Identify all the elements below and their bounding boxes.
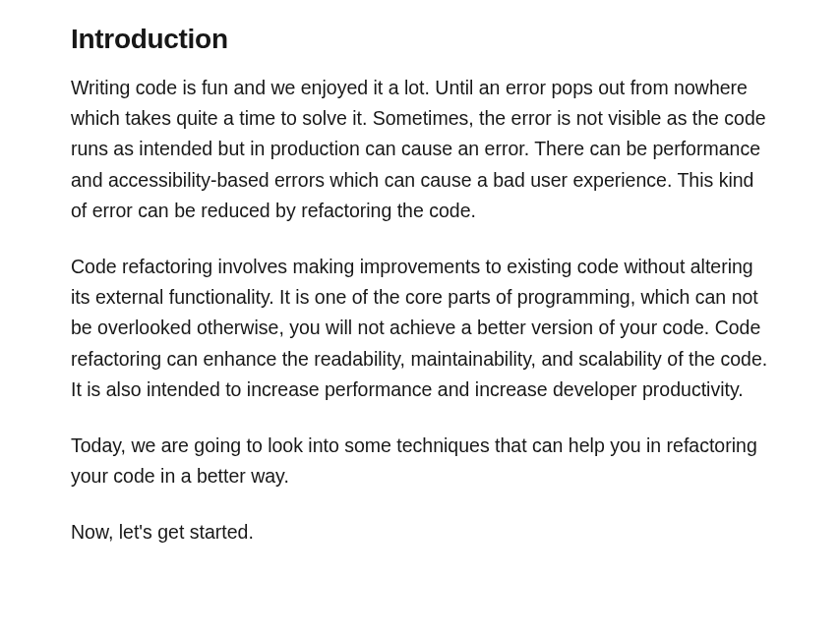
- paragraph: Code refactoring involves making improve…: [71, 252, 769, 405]
- paragraph: Writing code is fun and we enjoyed it a …: [71, 73, 769, 226]
- paragraph: Today, we are going to look into some te…: [71, 431, 769, 491]
- section-heading: Introduction: [71, 24, 769, 55]
- article-section: Introduction Writing code is fun and we …: [71, 24, 769, 548]
- paragraph: Now, let's get started.: [71, 517, 769, 548]
